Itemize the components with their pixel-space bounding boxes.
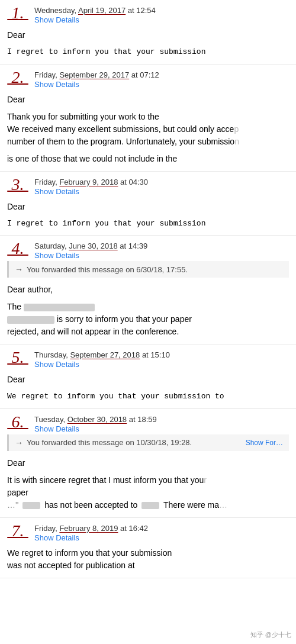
body-line: Dear author, — [7, 284, 289, 296]
body-line: It is with sincere regret that I must in… — [7, 474, 289, 487]
email-meta-2: Friday, September 29, 2017 at 07:12 Show… — [34, 69, 159, 89]
email-item-6: 6. Tuesday, October 30, 2018 at 18:59 Sh… — [0, 409, 296, 518]
show-details-3[interactable]: Show Details — [34, 187, 148, 196]
email-header-6: 6. Tuesday, October 30, 2018 at 18:59 Sh… — [7, 414, 289, 433]
forwarded-notice-4: → You forwarded this message on 6/30/18,… — [7, 261, 289, 278]
email-header-7: 7. Friday, February 8, 2019 at 16:42 Sho… — [7, 523, 289, 542]
body-line: is one of those that we could not includ… — [7, 153, 289, 165]
show-details-4[interactable]: Show Details — [34, 251, 147, 260]
email-meta-7: Friday, February 8, 2019 at 16:42 Show D… — [34, 523, 148, 542]
body-line: Dear — [7, 94, 289, 106]
forwarded-notice-6: → You forwarded this message on 10/30/18… — [7, 434, 289, 451]
email-number-6: 6. — [7, 414, 28, 430]
body-line: We received many excellent submissions, … — [7, 123, 289, 136]
email-number-7: 7. — [7, 523, 28, 539]
show-details-6[interactable]: Show Details — [34, 424, 157, 433]
email-body-7: We regret to inform you that your submis… — [7, 543, 289, 574]
email-thread: 1. Wednesday, April 19, 2017 at 12:54 Sh… — [0, 0, 296, 578]
body-line: The — [7, 301, 289, 313]
show-details-5[interactable]: Show Details — [34, 360, 170, 369]
body-line: paper — [7, 487, 289, 499]
body-line: was not accepted for publication at — [7, 559, 289, 572]
email-header-4: 4. Saturday, June 30, 2018 at 14:39 Show… — [7, 240, 289, 260]
show-forwarded-button[interactable]: Show For… — [246, 439, 283, 447]
email-item-1: 1. Wednesday, April 19, 2017 at 12:54 Sh… — [0, 0, 296, 65]
email-number-1: 1. — [7, 5, 28, 21]
email-header-5: 5. Thursday, September 27, 2018 at 15:10… — [7, 349, 289, 369]
body-line: Thank you for submitting your work to th… — [7, 111, 289, 123]
body-line: rejected, and will not appear in the con… — [7, 326, 289, 338]
email-header-1: 1. Wednesday, April 19, 2017 at 12:54 Sh… — [7, 5, 289, 24]
email-number-3: 3. — [7, 176, 28, 193]
email-body-5: Dear We regret to inform you that your s… — [7, 370, 289, 405]
watermark: 知乎 @少十七 — [250, 630, 291, 639]
forward-arrow-icon-6: → — [15, 438, 23, 447]
body-line: Dear — [7, 457, 289, 469]
forward-arrow-icon: → — [15, 265, 23, 274]
body-line: I regret to inform you that your submiss… — [7, 46, 289, 58]
body-line: Dear — [7, 201, 289, 213]
body-line: Dear — [7, 373, 289, 386]
email-meta-5: Thursday, September 27, 2018 at 15:10 Sh… — [34, 349, 170, 369]
email-body-2: Dear Thank you for submitting your work … — [7, 90, 289, 168]
show-details-7[interactable]: Show Details — [34, 533, 148, 542]
forwarded-text-4: You forwarded this message on 6/30/18, 1… — [27, 265, 188, 274]
body-line: …'' has not been accepted to There were … — [7, 499, 289, 511]
email-number-4: 4. — [7, 240, 28, 257]
body-line: is sorry to inform you that your paper — [7, 313, 289, 326]
email-header-2: 2. Friday, September 29, 2017 at 07:12 S… — [7, 69, 289, 89]
email-date-6: Tuesday, October 30, 2018 at 18:59 — [34, 415, 157, 424]
body-line: We regret to inform you that your submis… — [7, 547, 289, 559]
email-number-5: 5. — [7, 349, 28, 366]
email-date-3: Friday, February 9, 2018 at 04:30 — [34, 178, 148, 186]
email-item-3: 3. Friday, February 9, 2018 at 04:30 Sho… — [0, 172, 296, 236]
email-meta-6: Tuesday, October 30, 2018 at 18:59 Show … — [34, 414, 157, 433]
email-body-4: Dear author, The is sorry to inform you … — [7, 280, 289, 340]
email-item-4: 4. Saturday, June 30, 2018 at 14:39 Show… — [0, 236, 296, 344]
show-details-2[interactable]: Show Details — [34, 80, 159, 89]
body-line: Dear — [7, 29, 289, 41]
email-body-3: Dear I regret to inform you that your su… — [7, 197, 289, 232]
email-header-3: 3. Friday, February 9, 2018 at 04:30 Sho… — [7, 176, 289, 196]
email-date-1: Wednesday, April 19, 2017 at 12:54 — [34, 6, 156, 15]
forwarded-text-6: You forwarded this message on 10/30/18, … — [27, 438, 192, 447]
email-item-5: 5. Thursday, September 27, 2018 at 15:10… — [0, 344, 296, 409]
show-details-1[interactable]: Show Details — [34, 15, 156, 24]
email-meta-4: Saturday, June 30, 2018 at 14:39 Show De… — [34, 240, 147, 260]
email-date-5: Thursday, September 27, 2018 at 15:10 — [34, 350, 170, 359]
email-body-6: Dear It is with sincere regret that I mu… — [7, 453, 289, 514]
body-line: I regret to inform you that your submiss… — [7, 218, 289, 230]
email-date-2: Friday, September 29, 2017 at 07:12 — [34, 70, 159, 79]
email-body-1: Dear I regret to inform you that your su… — [7, 25, 289, 60]
email-meta-1: Wednesday, April 19, 2017 at 12:54 Show … — [34, 5, 156, 24]
email-date-4: Saturday, June 30, 2018 at 14:39 — [34, 242, 147, 250]
body-line: number of them to the program. Unfortuna… — [7, 136, 289, 148]
email-meta-3: Friday, February 9, 2018 at 04:30 Show D… — [34, 176, 148, 196]
email-date-7: Friday, February 8, 2019 at 16:42 — [34, 524, 148, 533]
body-line: We regret to inform you that your submis… — [7, 391, 289, 402]
email-number-2: 2. — [7, 69, 28, 86]
email-item-7: 7. Friday, February 8, 2019 at 16:42 Sho… — [0, 518, 296, 578]
email-item-2: 2. Friday, September 29, 2017 at 07:12 S… — [0, 65, 296, 172]
